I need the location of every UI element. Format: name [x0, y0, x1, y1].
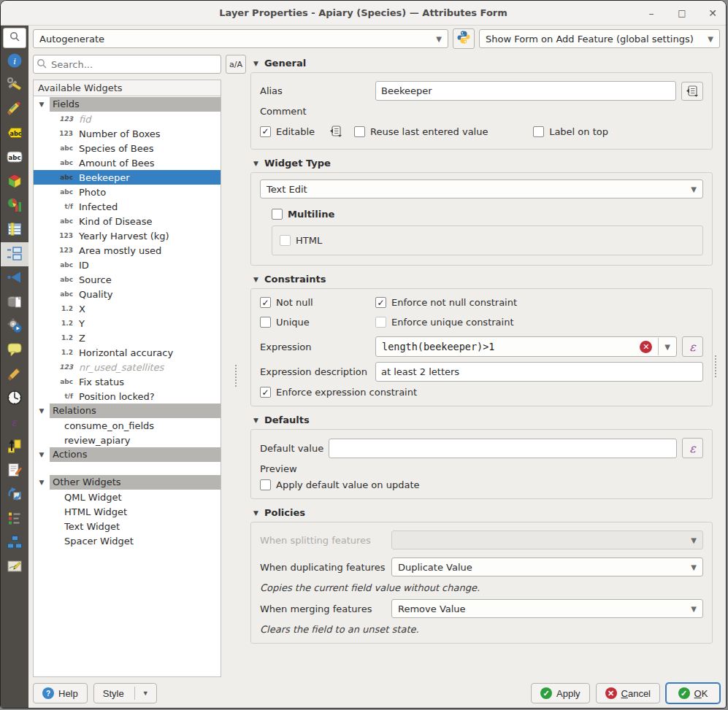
tree-item[interactable]: 123fid: [34, 112, 221, 126]
tree-item[interactable]: 1.2Y: [34, 316, 221, 331]
data-defined-override-button[interactable]: [681, 82, 703, 101]
tab-information[interactable]: i: [1, 50, 28, 74]
tree-item[interactable]: consume_on_fields: [34, 418, 221, 433]
section-constraints-header[interactable]: ▼ Constraints: [250, 271, 713, 288]
maximize-button[interactable]: □: [676, 8, 688, 18]
panel-splitter[interactable]: [713, 55, 719, 677]
python-init-button[interactable]: [453, 28, 475, 49]
minimize-button[interactable]: –: [645, 7, 657, 19]
panel-splitter[interactable]: [235, 74, 237, 677]
collapse-arrow-icon[interactable]: ▼: [34, 101, 50, 108]
tab-server[interactable]: [1, 531, 28, 555]
tab-dependencies[interactable]: [1, 483, 28, 507]
tree-item[interactable]: abcID: [34, 258, 221, 272]
form-mode-select[interactable]: Show Form on Add Feature (global setting…: [479, 29, 720, 48]
tab-display[interactable]: [1, 339, 28, 363]
reuse-last-value-checkbox[interactable]: Reuse last entered value: [354, 126, 488, 137]
unique-checkbox[interactable]: Unique: [260, 317, 375, 328]
editor-layout-select[interactable]: Autogenerate ▼: [33, 29, 448, 48]
checkbox-unchecked-icon[interactable]: [272, 209, 283, 220]
tab-digitizing[interactable]: [1, 555, 28, 579]
tab-variables[interactable]: ε: [1, 411, 28, 435]
tab-temporal[interactable]: [1, 387, 28, 411]
apply-button[interactable]: ✓ Apply: [531, 683, 590, 703]
tree-item[interactable]: 123Number of Boxes: [34, 126, 221, 141]
tab-metadata[interactable]: [1, 459, 28, 483]
tab-legend[interactable]: [1, 507, 28, 531]
checkbox-unchecked-icon[interactable]: [260, 479, 271, 490]
enforce-expression-checkbox[interactable]: ✓ Enforce expression constraint: [260, 387, 417, 398]
tree-item[interactable]: QML Widget: [34, 490, 221, 504]
multiline-checkbox[interactable]: Multiline: [272, 209, 334, 220]
tree-group-actions[interactable]: ▼Actions: [34, 447, 221, 462]
apply-default-on-update-checkbox[interactable]: Apply default value on update: [260, 479, 419, 490]
tab-attributes-form[interactable]: [1, 242, 28, 266]
help-button[interactable]: ? Help: [33, 683, 88, 703]
expression-combo[interactable]: length(beekeeper)>1 ✕ ▼: [375, 336, 677, 357]
tab-actions[interactable]: [1, 315, 28, 339]
checkbox-checked-icon[interactable]: ✓: [260, 387, 271, 398]
not-null-checkbox[interactable]: ✓ Not null: [260, 297, 375, 308]
tab-source[interactable]: [1, 74, 28, 98]
section-widget-type-header[interactable]: ▼ Widget Type: [250, 155, 713, 172]
data-defined-override-button[interactable]: [325, 122, 347, 141]
html-checkbox[interactable]: HTML: [280, 235, 695, 246]
tree-item[interactable]: 1.2Z: [34, 331, 221, 345]
tree-group-relations[interactable]: ▼Relations: [34, 404, 221, 418]
tab-elevation[interactable]: [1, 435, 28, 459]
tree-group-fields[interactable]: ▼Fields: [34, 97, 221, 112]
enforce-not-null-checkbox[interactable]: ✓ Enforce not null constraint: [375, 297, 517, 308]
label-on-top-checkbox[interactable]: Label on top: [533, 126, 608, 137]
tree-item[interactable]: HTML Widget: [34, 504, 221, 519]
tree-item-selected[interactable]: abcBeekeeper: [34, 170, 221, 185]
style-button[interactable]: Style ▼: [93, 683, 157, 703]
close-button[interactable]: ✕: [707, 7, 719, 19]
match-case-toggle[interactable]: a/A: [226, 55, 246, 74]
tree-item[interactable]: t/fInfected: [34, 199, 221, 214]
collapse-arrow-icon[interactable]: ▼: [34, 451, 50, 458]
widget-search-input[interactable]: [33, 55, 221, 74]
ok-button[interactable]: ✓ OK: [666, 683, 720, 703]
editable-checkbox[interactable]: ✓ Editable: [260, 126, 315, 137]
cancel-button[interactable]: ✕ Cancel: [596, 683, 660, 703]
section-general-header[interactable]: ▼ General: [250, 55, 713, 72]
checkbox-checked-icon[interactable]: ✓: [260, 126, 271, 137]
tree-item[interactable]: abcPhoto: [34, 185, 221, 199]
collapse-arrow-icon[interactable]: ▼: [34, 407, 50, 414]
tree-item[interactable]: abcAmount of Bees: [34, 155, 221, 170]
tab-3d-view[interactable]: [1, 170, 28, 194]
tree-item[interactable]: abcSpecies of Bees: [34, 141, 221, 155]
alias-input[interactable]: [375, 81, 676, 101]
checkbox-unchecked-icon[interactable]: [260, 317, 271, 328]
tab-fields[interactable]: [1, 218, 28, 242]
expression-builder-button[interactable]: ε: [682, 438, 703, 458]
tab-masks[interactable]: abc: [1, 146, 28, 170]
tree-item[interactable]: t/fPosition locked?: [34, 389, 221, 404]
checkbox-checked-icon[interactable]: ✓: [375, 297, 386, 308]
checkbox-unchecked-icon[interactable]: [533, 126, 544, 137]
section-defaults-header[interactable]: ▼ Defaults: [250, 412, 713, 429]
tree-item[interactable]: 1.2Horizontal accuracy: [34, 345, 221, 360]
tree-item[interactable]: 123nr_used_satellites: [34, 360, 221, 374]
tree-item[interactable]: abcSource: [34, 272, 221, 287]
tree-item[interactable]: abcKind of Disease: [34, 214, 221, 228]
tree-group-other-widgets[interactable]: ▼Other Widgets: [34, 475, 221, 490]
tab-joins[interactable]: [1, 266, 28, 290]
tab-labels[interactable]: abc: [1, 122, 28, 146]
tree-item[interactable]: Spacer Widget: [34, 533, 221, 548]
tab-diagrams[interactable]: [1, 194, 28, 218]
duplicate-policy-select[interactable]: Duplicate Value ▼: [391, 557, 703, 576]
tree-item[interactable]: 1.2X: [34, 301, 221, 316]
tab-search[interactable]: [3, 28, 26, 48]
tree-item[interactable]: abcFix status: [34, 374, 221, 389]
merge-policy-select[interactable]: Remove Value ▼: [391, 599, 703, 618]
widget-type-select[interactable]: Text Edit ▼: [260, 180, 703, 198]
tree-item[interactable]: 123Area mostly used: [34, 243, 221, 258]
tree-item[interactable]: Text Widget: [34, 519, 221, 533]
section-policies-header[interactable]: ▼ Policies: [250, 504, 713, 522]
tree-item[interactable]: 123Yearly Harvest (kg): [34, 228, 221, 243]
checkbox-checked-icon[interactable]: ✓: [260, 297, 271, 308]
tree-item[interactable]: review_apiary: [34, 433, 221, 447]
tab-rendering[interactable]: [1, 363, 28, 387]
expression-description-input[interactable]: [375, 362, 703, 382]
